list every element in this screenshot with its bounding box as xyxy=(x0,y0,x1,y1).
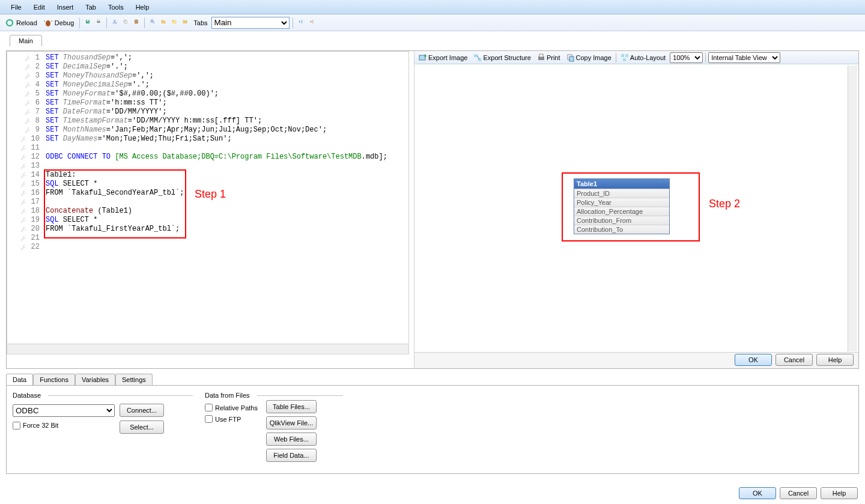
reload-label: Reload xyxy=(16,19,37,26)
export-image-button[interactable]: Export Image xyxy=(417,53,469,62)
wrench-icon xyxy=(23,90,32,99)
code-line[interactable]: ODBC CONNECT TO [MS Access Database;DBQ=… xyxy=(46,153,408,162)
view-select[interactable]: Internal Table View xyxy=(708,52,780,63)
footer-cancel-button[interactable]: Cancel xyxy=(780,487,817,499)
annotation-label-step1: Step 1 xyxy=(195,188,226,201)
code-line[interactable] xyxy=(46,243,408,252)
table-files-button[interactable]: Table Files... xyxy=(266,400,317,413)
line-number: 21 xyxy=(7,234,43,243)
code-line[interactable]: SET TimestampFormat='DD/MM/YYYY h:mm:ss[… xyxy=(46,117,408,126)
connect-button[interactable]: Connect... xyxy=(120,404,164,417)
wrench-icon xyxy=(19,135,28,144)
code-line[interactable]: SET DecimalSep='.'; xyxy=(46,62,408,71)
save-icon[interactable] xyxy=(83,18,93,28)
data-tab-content: Database ODBC Connect... Force 32 Bit Se… xyxy=(6,385,859,474)
separator xyxy=(144,17,145,28)
copy-icon[interactable] xyxy=(121,18,130,28)
svg-rect-33 xyxy=(623,58,626,61)
auto-layout-button[interactable]: Auto-Layout xyxy=(619,53,667,62)
wrench-icon xyxy=(23,117,32,126)
menu-help[interactable]: Help xyxy=(130,1,156,13)
line-number: 14 xyxy=(7,171,43,180)
line-number: 17 xyxy=(7,198,43,207)
force-32bit-checkbox[interactable] xyxy=(13,422,20,430)
wrench-icon xyxy=(23,126,32,135)
bottom-tab-strip: Data Functions Variables Settings xyxy=(6,374,859,385)
wrench-icon xyxy=(19,162,28,171)
svg-rect-30 xyxy=(569,56,574,61)
line-number: 16 xyxy=(7,189,43,198)
copy-image-button[interactable]: Copy Image xyxy=(565,53,613,62)
menu-tab[interactable]: Tab xyxy=(79,1,102,13)
tab-variables[interactable]: Variables xyxy=(75,374,115,385)
field-data-button[interactable]: Field Data... xyxy=(266,449,317,462)
menu-insert[interactable]: Insert xyxy=(51,1,80,13)
code-line[interactable]: SET MoneyDecimalSep='.'; xyxy=(46,80,408,90)
tab-functions[interactable]: Functions xyxy=(33,374,75,385)
vertical-scrollbar[interactable] xyxy=(848,65,857,351)
cut-icon[interactable] xyxy=(110,18,120,28)
tab-data[interactable]: Data xyxy=(6,374,33,385)
tab-settings[interactable]: Settings xyxy=(115,374,153,385)
menu-edit[interactable]: Edit xyxy=(28,1,51,13)
folder-open-icon[interactable] xyxy=(169,18,179,28)
folder-add-icon[interactable]: + xyxy=(180,18,190,28)
relative-paths-label: Relative Paths xyxy=(215,404,258,411)
print-preview-button[interactable]: Print xyxy=(535,53,562,62)
paste-icon[interactable] xyxy=(132,18,141,28)
horizontal-scrollbar[interactable] xyxy=(7,344,409,354)
indent-left-icon[interactable] xyxy=(296,18,306,28)
code-line[interactable] xyxy=(46,144,408,153)
qlikview-file-button[interactable]: QlikView File... xyxy=(266,416,317,430)
ok-button[interactable]: OK xyxy=(735,354,772,366)
force-32bit-label: Force 32 Bit xyxy=(23,422,58,429)
print-icon[interactable] xyxy=(94,18,103,28)
relative-paths-checkbox[interactable] xyxy=(205,404,213,411)
export-structure-button[interactable]: Export Structure xyxy=(472,53,532,62)
folder-icon[interactable] xyxy=(159,18,168,28)
reload-button[interactable]: Reload xyxy=(2,17,40,29)
line-number: 8 xyxy=(7,117,43,126)
select-button[interactable]: Select... xyxy=(120,421,164,434)
separator xyxy=(106,17,107,28)
database-type-select[interactable]: ODBC xyxy=(13,404,115,417)
footer-help-button[interactable]: Help xyxy=(821,487,858,499)
code-line[interactable]: SET TimeFormat='h:mm:ss TT'; xyxy=(46,99,408,108)
wrench-icon xyxy=(19,198,28,207)
indent-right-icon[interactable] xyxy=(307,18,317,28)
preview-toolbar: Export Image Export Structure Print Copy… xyxy=(414,51,858,64)
code-line[interactable]: SET DateFormat='DD/MM/YYYY'; xyxy=(46,108,408,117)
svg-rect-32 xyxy=(625,54,628,57)
search-icon[interactable] xyxy=(148,18,157,28)
line-number: 3 xyxy=(7,71,43,80)
cancel-button[interactable]: Cancel xyxy=(775,354,813,366)
code-line[interactable]: SET MoneyFormat='$#,##0.00;($#,##0.00)'; xyxy=(46,90,408,99)
line-number: 19 xyxy=(7,216,43,225)
debug-button[interactable]: Debug xyxy=(41,17,76,29)
menu-file[interactable]: File xyxy=(5,1,28,13)
svg-line-3 xyxy=(51,20,52,22)
wrench-icon xyxy=(23,54,32,62)
svg-rect-12 xyxy=(135,20,138,23)
table-preview-panel: Export Image Export Structure Print Copy… xyxy=(414,51,858,368)
preview-canvas[interactable]: Table1 Product_ID Policy_Year Allocation… xyxy=(414,64,858,353)
svg-point-1 xyxy=(46,20,50,26)
footer-ok-button[interactable]: OK xyxy=(739,487,776,499)
svg-rect-24 xyxy=(474,54,477,57)
tab-main[interactable]: Main xyxy=(10,35,42,46)
code-line[interactable]: SET MonthNames='Jan;Feb;Mar;Apr;May;Jun;… xyxy=(46,126,408,135)
use-ftp-checkbox[interactable] xyxy=(205,415,213,423)
wrench-icon xyxy=(19,171,28,180)
zoom-select[interactable]: 100% xyxy=(670,52,703,63)
tabs-select[interactable]: Main xyxy=(211,17,290,29)
code-line[interactable]: SET ThousandSep=','; xyxy=(46,53,408,62)
code-line[interactable]: SET DayNames='Mon;Tue;Wed;Thu;Fri;Sat;Su… xyxy=(46,135,408,144)
menu-tools[interactable]: Tools xyxy=(102,1,130,13)
debug-label: Debug xyxy=(55,19,74,26)
help-button[interactable]: Help xyxy=(816,354,854,366)
database-legend: Database xyxy=(13,392,193,399)
separator xyxy=(293,17,293,28)
web-files-button[interactable]: Web Files... xyxy=(266,433,317,446)
code-line[interactable]: SET MoneyThousandSep=','; xyxy=(46,71,408,80)
svg-point-14 xyxy=(151,20,153,22)
